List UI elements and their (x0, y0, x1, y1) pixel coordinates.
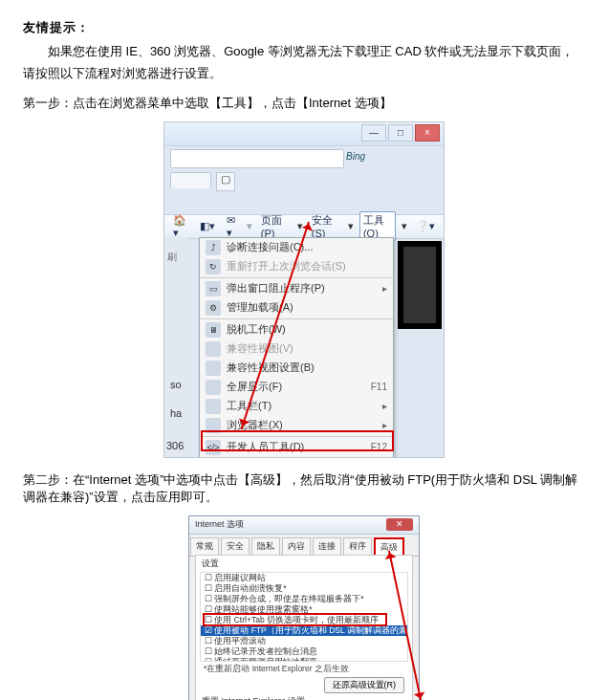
search-input[interactable] (170, 149, 344, 168)
menu-item[interactable]: 全屏显示(F)F11 (200, 378, 393, 397)
window-close-button[interactable]: × (415, 124, 440, 142)
separator: ▾ (247, 220, 252, 232)
menu-label: 重新打开上次浏览会话(S) (227, 259, 346, 273)
help-icon[interactable]: ❔▾ (413, 219, 438, 233)
screenshot-ie-tools-menu: — □ × Bing ▢ 🏠▾ ◧▾ ✉▾ ▾ 页面(P)▾ 安全(S)▾ 工具… (163, 121, 445, 458)
tools-dropdown: ⤴诊断连接问题(C)...↻重新打开上次浏览会话(S)▭弹出窗口阻止程序(P)▸… (199, 237, 394, 458)
side-text-4: 306 (166, 440, 184, 451)
bing-logo: Bing (346, 151, 365, 162)
window-titlebar: — □ × (164, 122, 444, 146)
side-text-2: so (170, 379, 182, 390)
menu-item[interactable]: 兼容性视图(V) (200, 339, 393, 359)
submenu-arrow-icon: ▸ (382, 401, 387, 411)
menu-item[interactable]: 兼容性视图设置(B) (200, 359, 393, 378)
window-min-button[interactable]: — (361, 124, 386, 142)
menu-item[interactable]: ▭弹出窗口阻止程序(P)▸ (200, 279, 393, 298)
menu-label: 弹出窗口阻止程序(P) (227, 281, 325, 295)
dialog-body: 设置 ☐ 启用建议网站☐ 启用自动崩溃恢复*☐ 强制屏外合成，即使是在终端服务器… (195, 555, 413, 700)
tab-strip: ▢ (170, 172, 438, 191)
restore-advanced-button[interactable]: 还原高级设置(R) (324, 677, 405, 693)
option-row[interactable]: ☐ 使用平滑滚动 (201, 636, 407, 646)
menu-icon: ⤴ (206, 240, 221, 255)
menu-icon: ↻ (206, 259, 221, 274)
option-row[interactable]: ☐ 启用建议网站 (201, 573, 407, 583)
menu-label: 兼容性视图(V) (227, 341, 293, 356)
menu-icon (206, 341, 221, 357)
submenu-arrow-icon: ▸ (382, 420, 387, 430)
menu-shortcut: F11 (371, 382, 387, 392)
dialog-tab[interactable]: 安全 (221, 537, 250, 556)
menu-item[interactable]: ⚙管理加载项(A) (200, 298, 393, 317)
dialog-close-button[interactable]: ✕ (386, 518, 413, 531)
dialog-tab[interactable]: 隐私 (251, 537, 280, 556)
feeds-icon[interactable]: ◧▾ (197, 219, 218, 233)
dialog-titlebar: Internet 选项 ✕ (189, 516, 419, 535)
browser-tab[interactable] (170, 172, 211, 188)
menu-icon (206, 399, 221, 414)
new-tab-icon[interactable]: ▢ (216, 172, 235, 191)
settings-label: 设置 (196, 556, 412, 572)
screenshot-internet-options: Internet 选项 ✕ 常规安全隐私内容连接程序高级 设置 ☐ 启用建议网站… (188, 515, 420, 700)
step-2: 第二步：在“Internet 选项”中选项中点击【高级】，然后取消“使用被动 F… (23, 471, 585, 506)
dialog-tab[interactable]: 内容 (282, 537, 311, 556)
option-row[interactable]: ☐ 强制屏外合成，即使是在终端服务器下* (201, 594, 407, 604)
menu-item[interactable]: 🖥脱机工作(W) (200, 320, 393, 339)
window-max-button[interactable]: □ (388, 124, 413, 142)
reset-section-title: 重置 Internet Explorer 设置 (196, 693, 412, 700)
highlight-passive-ftp (203, 613, 387, 626)
menu-label: 兼容性视图设置(B) (227, 361, 315, 375)
home-icon[interactable]: 🏠▾ (170, 213, 191, 240)
dialog-title: Internet 选项 (195, 518, 244, 531)
hint-title: 友情提示： (23, 19, 585, 36)
menu-icon: ⚙ (206, 300, 221, 316)
side-text-3: ha (170, 407, 182, 419)
sidebar: 刷 so ha 306 (164, 237, 189, 457)
menu-label: 脱机工作(W) (227, 322, 286, 337)
dialog-tab[interactable]: 程序 (343, 537, 372, 556)
hint-body: 如果您在使用 IE、360 浏览器、Google 等浏览器无法下载理正 CAD … (23, 40, 585, 85)
option-row[interactable]: ☑ 使用被动 FTP（用于防火墙和 DSL 调制解调器的兼容） (201, 625, 407, 636)
mail-icon[interactable]: ✉▾ (224, 213, 241, 240)
dialog-tab[interactable]: 常规 (190, 537, 219, 556)
highlight-internet-options (201, 430, 394, 451)
menu-item[interactable]: 工具栏(T)▸ (200, 397, 393, 416)
dialog-tab[interactable]: 连接 (313, 537, 341, 556)
menu-icon: 🖥 (206, 322, 221, 338)
menu-icon: ▭ (206, 281, 221, 296)
restart-note: *在重新启动 Internet Explorer 之后生效 (196, 662, 412, 677)
option-row[interactable]: ☐ 启用自动崩溃恢复* (201, 583, 407, 594)
menu-icon (206, 361, 221, 376)
step-1: 第一步：点击在浏览器菜单中选取【工具】，点击【Internet 选项】 (23, 95, 585, 112)
thumbnail-preview (398, 241, 442, 329)
menu-icon (206, 380, 221, 395)
option-row[interactable]: ☐ 始终记录开发者控制台消息 (201, 646, 407, 657)
submenu-arrow-icon: ▸ (382, 283, 387, 294)
